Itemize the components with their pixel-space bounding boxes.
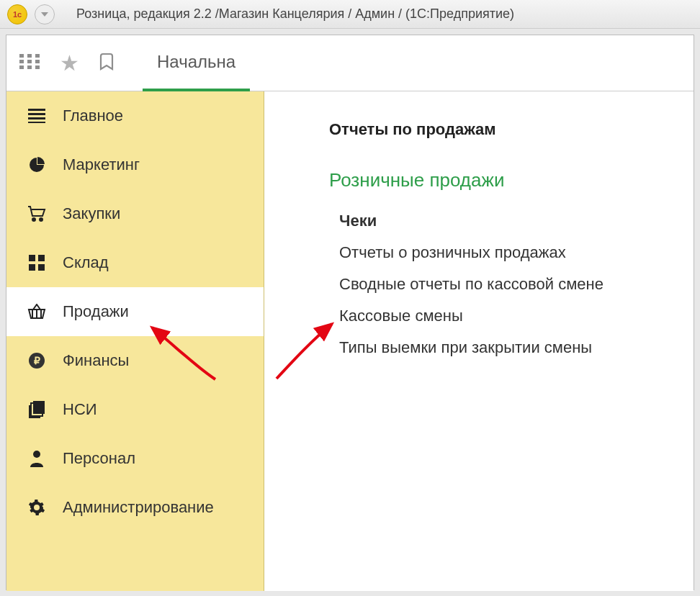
sidebar-item-marketing[interactable]: Маркетинг — [6, 140, 264, 189]
link-retail-sales-reports[interactable]: Отчеты о розничных продажах — [329, 243, 694, 262]
sidebar-item-nsi[interactable]: НСИ — [6, 385, 264, 434]
titlebar: 1c Розница, редакция 2.2 /Магазин Канцел… — [0, 0, 700, 29]
svg-rect-1 — [27, 54, 32, 58]
svg-point-14 — [40, 218, 42, 221]
sidebar-item-label: Продажи — [63, 302, 129, 321]
svg-rect-12 — [28, 122, 45, 123]
stack-icon — [27, 401, 47, 418]
svg-rect-5 — [35, 60, 40, 63]
sidebar-item-finance[interactable]: ₽ Финансы — [6, 336, 264, 385]
sidebar-item-label: Закупки — [63, 204, 120, 223]
menu-icon — [27, 109, 47, 123]
link-shift-summary-reports[interactable]: Сводные отчеты по кассовой смене — [329, 275, 694, 294]
svg-rect-7 — [27, 66, 32, 69]
workspace: ★ Начальна Главное Маркетинг Зак — [6, 35, 694, 590]
svg-rect-8 — [35, 66, 40, 69]
svg-rect-3 — [19, 60, 24, 63]
top-toolbar: ★ Начальна — [6, 35, 694, 91]
svg-text:₽: ₽ — [34, 355, 40, 366]
svg-rect-6 — [19, 66, 24, 69]
sidebar-item-warehouse[interactable]: Склад — [6, 238, 264, 287]
sidebar-item-main[interactable]: Главное — [6, 91, 264, 140]
tab-label: Начальна — [157, 52, 235, 72]
grid4-icon — [27, 255, 47, 271]
svg-rect-17 — [29, 264, 35, 271]
link-sales-reports[interactable]: Отчеты по продажам — [329, 120, 694, 139]
sidebar-item-personnel[interactable]: Персонал — [6, 434, 264, 483]
link-withdrawal-types[interactable]: Типы выемки при закрытии смены — [329, 338, 694, 357]
svg-point-13 — [32, 218, 35, 221]
sidebar-item-label: НСИ — [63, 400, 97, 419]
svg-rect-15 — [29, 255, 35, 261]
sections-grid-icon[interactable] — [19, 54, 40, 73]
svg-rect-4 — [27, 60, 32, 63]
svg-point-27 — [33, 451, 40, 458]
svg-rect-18 — [38, 264, 45, 271]
sidebar-item-administration[interactable]: Администрирование — [6, 483, 264, 532]
svg-rect-16 — [38, 255, 45, 261]
favorites-star-icon[interactable]: ★ — [60, 50, 79, 76]
sidebar-item-purchases[interactable]: Закупки — [6, 189, 264, 238]
tab-start-page[interactable]: Начальна — [143, 35, 250, 91]
sidebar-item-label: Финансы — [63, 351, 129, 370]
sidebar-item-label: Администрирование — [63, 498, 214, 517]
link-cash-shifts[interactable]: Кассовые смены — [329, 307, 694, 325]
person-icon — [27, 450, 47, 467]
sidebar-item-label: Склад — [63, 253, 109, 272]
sidebar-item-sales[interactable]: Продажи — [6, 287, 264, 336]
sidebar-item-label: Маркетинг — [63, 155, 140, 174]
ruble-icon: ₽ — [27, 352, 47, 369]
svg-rect-9 — [28, 109, 45, 111]
svg-rect-26 — [33, 401, 45, 414]
basket-icon — [27, 304, 47, 320]
sidebar: Главное Маркетинг Закупки Склад Продажи — [6, 91, 264, 591]
svg-rect-10 — [28, 113, 45, 115]
sidebar-item-label: Главное — [63, 107, 123, 125]
content-panel: Отчеты по продажам Розничные продажи Чек… — [264, 91, 694, 591]
window-title: Розница, редакция 2.2 /Магазин Канцеляри… — [76, 6, 514, 22]
app-menu-dropdown[interactable] — [35, 4, 55, 24]
history-icon[interactable] — [99, 53, 117, 74]
app-logo-icon[interactable]: 1c — [7, 4, 27, 24]
svg-rect-0 — [19, 54, 24, 58]
section-retail-sales: Розничные продажи — [329, 169, 694, 191]
cart-icon — [27, 206, 47, 222]
sidebar-item-label: Персонал — [63, 449, 135, 468]
gear-icon — [27, 499, 47, 516]
svg-rect-11 — [28, 117, 45, 119]
svg-rect-2 — [35, 54, 40, 58]
piechart-icon — [27, 156, 47, 173]
link-receipts[interactable]: Чеки — [329, 212, 694, 230]
